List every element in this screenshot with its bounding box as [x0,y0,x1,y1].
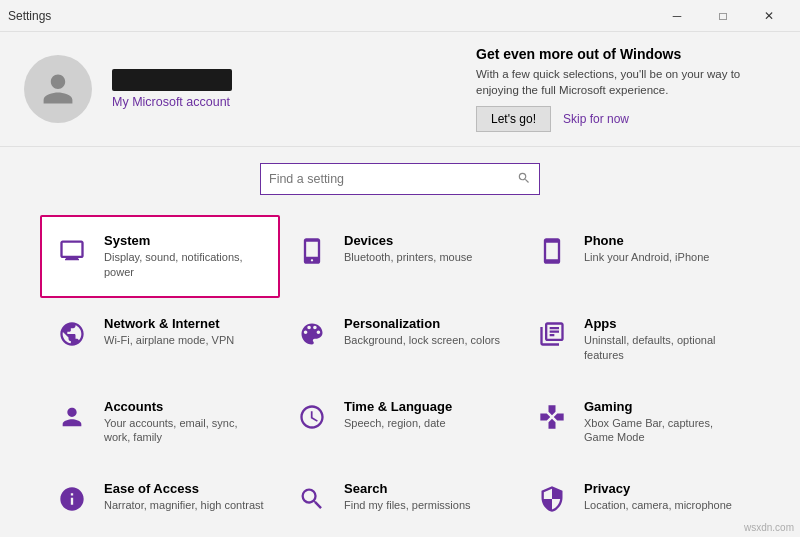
settings-item-ease[interactable]: Ease of Access Narrator, magnifier, high… [40,463,280,535]
apps-icon [534,316,570,352]
window-controls: ─ □ ✕ [654,0,792,32]
accounts-icon [54,399,90,435]
search-area [0,147,800,205]
avatar [24,55,92,123]
settings-item-time[interactable]: Time & Language Speech, region, date [280,381,520,464]
time-text: Time & Language Speech, region, date [344,399,452,431]
system-icon [54,233,90,269]
settings-item-gaming[interactable]: Gaming Xbox Game Bar, captures, Game Mod… [520,381,760,464]
accounts-title: Accounts [104,399,266,414]
settings-item-phone[interactable]: Phone Link your Android, iPhone [520,215,760,298]
privacy-text: Privacy Location, camera, microphone [584,481,732,513]
search-box [260,163,540,195]
settings-item-search[interactable]: Search Find my files, permissions [280,463,520,535]
lets-go-button[interactable]: Let's go! [476,106,551,132]
network-icon [54,316,90,352]
settings-item-personalization[interactable]: Personalization Background, lock screen,… [280,298,520,381]
promo-desc: With a few quick selections, you'll be o… [476,66,776,98]
phone-title: Phone [584,233,709,248]
account-info: My Microsoft account [112,69,232,109]
personalization-title: Personalization [344,316,500,331]
search-text: Search Find my files, permissions [344,481,471,513]
close-button[interactable]: ✕ [746,0,792,32]
gaming-desc: Xbox Game Bar, captures, Game Mode [584,416,746,446]
settings-grid: System Display, sound, notifications, po… [0,205,800,537]
personalization-text: Personalization Background, lock screen,… [344,316,500,348]
title-bar: Settings ─ □ ✕ [0,0,800,32]
settings-item-system[interactable]: System Display, sound, notifications, po… [40,215,280,298]
phone-text: Phone Link your Android, iPhone [584,233,709,265]
system-text: System Display, sound, notifications, po… [104,233,266,280]
devices-icon [294,233,330,269]
ease-text: Ease of Access Narrator, magnifier, high… [104,481,264,513]
settings-item-accounts[interactable]: Accounts Your accounts, email, sync, wor… [40,381,280,464]
time-icon [294,399,330,435]
system-desc: Display, sound, notifications, power [104,250,266,280]
privacy-title: Privacy [584,481,732,496]
ease-title: Ease of Access [104,481,264,496]
time-title: Time & Language [344,399,452,414]
devices-desc: Bluetooth, printers, mouse [344,250,472,265]
personalization-icon [294,316,330,352]
accounts-text: Accounts Your accounts, email, sync, wor… [104,399,266,446]
promo-actions: Let's go! Skip for now [476,106,776,132]
header-area: My Microsoft account Get even more out o… [0,32,800,147]
microsoft-account-link[interactable]: My Microsoft account [112,95,232,109]
apps-text: Apps Uninstall, defaults, optional featu… [584,316,746,363]
watermark: wsxdn.com [744,522,794,533]
system-title: System [104,233,266,248]
accounts-desc: Your accounts, email, sync, work, family [104,416,266,446]
phone-desc: Link your Android, iPhone [584,250,709,265]
skip-link[interactable]: Skip for now [563,112,629,126]
settings-item-network[interactable]: Network & Internet Wi-Fi, airplane mode,… [40,298,280,381]
maximize-button[interactable]: □ [700,0,746,32]
search-icon [517,171,531,188]
gaming-icon [534,399,570,435]
settings-item-privacy[interactable]: Privacy Location, camera, microphone [520,463,760,535]
personalization-desc: Background, lock screen, colors [344,333,500,348]
apps-title: Apps [584,316,746,331]
time-desc: Speech, region, date [344,416,452,431]
privacy-icon [534,481,570,517]
apps-desc: Uninstall, defaults, optional features [584,333,746,363]
gaming-text: Gaming Xbox Game Bar, captures, Game Mod… [584,399,746,446]
search-title: Search [344,481,471,496]
ease-desc: Narrator, magnifier, high contrast [104,498,264,513]
search-input[interactable] [269,172,517,186]
network-title: Network & Internet [104,316,234,331]
network-text: Network & Internet Wi-Fi, airplane mode,… [104,316,234,348]
devices-text: Devices Bluetooth, printers, mouse [344,233,472,265]
privacy-desc: Location, camera, microphone [584,498,732,513]
promo-area: Get even more out of Windows With a few … [476,46,776,132]
app-title: Settings [8,9,51,23]
settings-item-apps[interactable]: Apps Uninstall, defaults, optional featu… [520,298,760,381]
phone-icon [534,233,570,269]
search-icon [294,481,330,517]
account-name-bar [112,69,232,91]
minimize-button[interactable]: ─ [654,0,700,32]
promo-text: Get even more out of Windows With a few … [476,46,776,132]
settings-item-devices[interactable]: Devices Bluetooth, printers, mouse [280,215,520,298]
user-icon [40,71,76,107]
promo-title: Get even more out of Windows [476,46,776,62]
search-desc: Find my files, permissions [344,498,471,513]
network-desc: Wi-Fi, airplane mode, VPN [104,333,234,348]
devices-title: Devices [344,233,472,248]
gaming-title: Gaming [584,399,746,414]
ease-icon [54,481,90,517]
